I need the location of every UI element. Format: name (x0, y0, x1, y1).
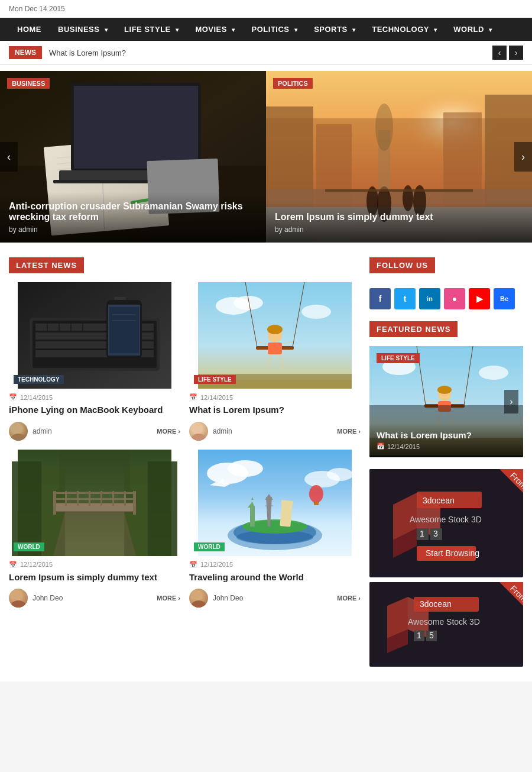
ticker-arrows: ‹ › (492, 46, 523, 60)
svg-rect-82 (112, 491, 114, 506)
news-card-1-more[interactable]: MORE (157, 428, 180, 435)
featured-news-label: FEATURED NEWS (369, 321, 458, 337)
nav-item-technology[interactable]: TECHNOLOGY ▾ (364, 18, 445, 41)
slide-1: BUSINESS Anti-corruption crusader Subram… (0, 71, 266, 243)
news-card-3-avatar (9, 589, 28, 608)
ticker-next-button[interactable]: › (509, 46, 523, 60)
nav-link-lifestyle[interactable]: LIFE STYLE ▾ (116, 18, 187, 41)
slide-2-author: by admin (275, 225, 523, 234)
slider-prev-button[interactable]: ‹ (0, 142, 18, 172)
slider-next-button[interactable]: › (514, 142, 532, 172)
linkedin-button[interactable]: in (419, 288, 440, 309)
behance-button[interactable]: Be (494, 288, 515, 309)
news-card-4-category: WORLD (194, 542, 225, 551)
chevron-down-icon: ▾ (434, 27, 437, 33)
news-card-3-more[interactable]: MORE (157, 595, 180, 602)
news-card-4: WORLD 📅 12/12/2015 Traveling around the … (189, 450, 361, 608)
nav-link-sports[interactable]: SPORTS ▾ (306, 18, 364, 41)
svg-rect-70 (148, 461, 177, 556)
latest-news-label: LATEST NEWS (9, 257, 84, 273)
svg-rect-102 (250, 506, 255, 526)
svg-rect-78 (65, 491, 67, 506)
news-card-3-image: WORLD (9, 450, 180, 556)
svg-point-47 (14, 425, 22, 433)
news-card-3-category: WORLD (14, 542, 44, 551)
chevron-down-icon: ▾ (176, 27, 179, 33)
news-card-1-image: TECHNOLOGY (9, 282, 180, 389)
nav-link-home[interactable]: HOME (9, 18, 50, 41)
nav-item-home[interactable]: HOME (9, 18, 50, 41)
nav-item-movies[interactable]: MOVIES ▾ (187, 18, 243, 41)
nav-bar: HOME BUSINESS ▾ LIFE STYLE ▾ MOVIES ▾ PO… (0, 18, 532, 41)
chevron-down-icon: ▾ (232, 27, 235, 33)
news-card-3-meta: 📅 12/12/2015 (9, 561, 180, 568)
svg-rect-80 (89, 491, 90, 506)
slide-2-caption: Lorem Ipsum is simply dummy text by admi… (266, 203, 532, 243)
svg-point-115 (479, 366, 508, 380)
svg-rect-57 (268, 343, 282, 354)
news-card-2-category: LIFE STYLE (194, 375, 236, 384)
nav-link-movies[interactable]: MOVIES ▾ (187, 18, 243, 41)
nav-item-politics[interactable]: POLITICS ▾ (244, 18, 306, 41)
dribbble-button[interactable]: ● (444, 288, 465, 309)
youtube-button[interactable]: ▶ (469, 288, 490, 309)
ad-banner-2[interactable]: 3docean Awesome Stock 3D 1 5 From $1 (369, 582, 523, 667)
nav-link-politics[interactable]: POLITICS ▾ (244, 18, 306, 41)
nav-link-business[interactable]: BUSINESS ▾ (50, 18, 116, 41)
news-card-4-more[interactable]: MORE (337, 595, 361, 602)
social-icons: f t in ● ▶ Be (369, 288, 523, 309)
nav-link-world[interactable]: WORLD ▾ (445, 18, 500, 41)
nav-link-technology[interactable]: TECHNOLOGY ▾ (364, 18, 445, 41)
content-area: LATEST NEWS (0, 248, 532, 681)
svg-text:Awesome Stock 3D: Awesome Stock 3D (410, 515, 482, 524)
calendar-icon-2: 📅 (189, 393, 197, 401)
slide-2-category: POLITICS (273, 78, 313, 89)
svg-point-90 (228, 460, 263, 477)
svg-point-107 (309, 485, 323, 503)
news-card-2-footer: admin MORE (189, 422, 361, 441)
news-card-4-avatar (189, 589, 208, 608)
news-card-1-author-wrap: admin (9, 422, 52, 441)
facebook-button[interactable]: f (369, 288, 391, 309)
featured-next-button[interactable]: › (504, 390, 518, 414)
news-card-3: WORLD 📅 12/12/2015 Lorem Ipsum is simply… (9, 450, 180, 608)
svg-rect-9 (74, 86, 198, 169)
svg-rect-75 (133, 491, 136, 515)
svg-rect-44 (109, 307, 139, 353)
news-card-2-meta: 📅 12/14/2015 (189, 393, 361, 401)
slide-2-title: Lorem Ipsum is simply dummy text (275, 212, 523, 222)
news-card-4-author: John Deo (213, 594, 243, 602)
news-card-4-footer: John Deo MORE (189, 589, 361, 608)
news-ticker-label: NEWS (9, 46, 42, 59)
nav-item-business[interactable]: BUSINESS ▾ (50, 18, 116, 41)
chevron-down-icon: ▾ (489, 27, 492, 33)
news-card-2-image: LIFE STYLE (189, 282, 361, 389)
chevron-down-icon: ▾ (105, 27, 108, 33)
news-card-4-meta: 📅 12/12/2015 (189, 561, 361, 568)
slide-2: POLITICS Lorem Ipsum is simply dummy tex… (266, 71, 532, 243)
news-card-3-footer: John Deo MORE (9, 589, 180, 608)
featured-section: FEATURED NEWS (369, 321, 523, 457)
featured-category: LIFE STYLE (377, 353, 420, 363)
featured-meta: 📅 12/14/2015 (377, 442, 516, 450)
svg-rect-100 (280, 502, 292, 526)
news-card-4-title: Traveling around the World (189, 571, 361, 583)
svg-point-87 (11, 600, 25, 608)
nav-item-lifestyle[interactable]: LIFE STYLE ▾ (116, 18, 187, 41)
ad-banner-1[interactable]: 3docean Awesome Stock 3D 1 3 Start Brows… (369, 469, 523, 577)
date-display: Mon Dec 14 2015 (9, 5, 65, 13)
latest-news-header: LATEST NEWS (9, 257, 361, 282)
twitter-button[interactable]: t (394, 288, 416, 309)
news-card-2-more[interactable]: MORE (337, 428, 361, 435)
svg-rect-27 (325, 189, 473, 192)
news-card-2-date: 12/14/2015 (200, 394, 233, 401)
news-card-2-author: admin (213, 427, 232, 435)
calendar-icon-3: 📅 (9, 561, 17, 568)
svg-rect-85 (59, 450, 130, 491)
featured-caption: What is Lorem Ipsum? 📅 12/14/2015 (369, 423, 523, 457)
nav-item-sports[interactable]: SPORTS ▾ (306, 18, 364, 41)
ticker-prev-button[interactable]: ‹ (492, 46, 507, 60)
nav-item-world[interactable]: WORLD ▾ (445, 18, 500, 41)
svg-rect-83 (124, 491, 126, 506)
slide-1-category: BUSINESS (7, 78, 50, 89)
